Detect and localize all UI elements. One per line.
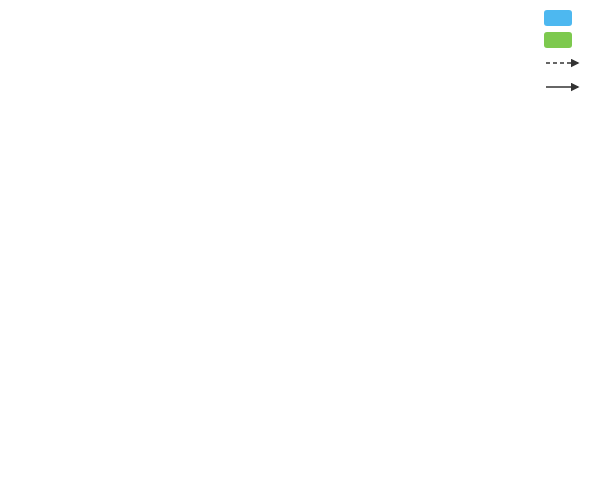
legend-extends-arrow [544,78,584,96]
legend [544,10,592,102]
legend-implements-arrow [544,54,584,72]
diagram [0,0,602,500]
legend-interface-box [544,10,572,26]
arrows-svg [0,0,602,500]
legend-class-box [544,32,572,48]
